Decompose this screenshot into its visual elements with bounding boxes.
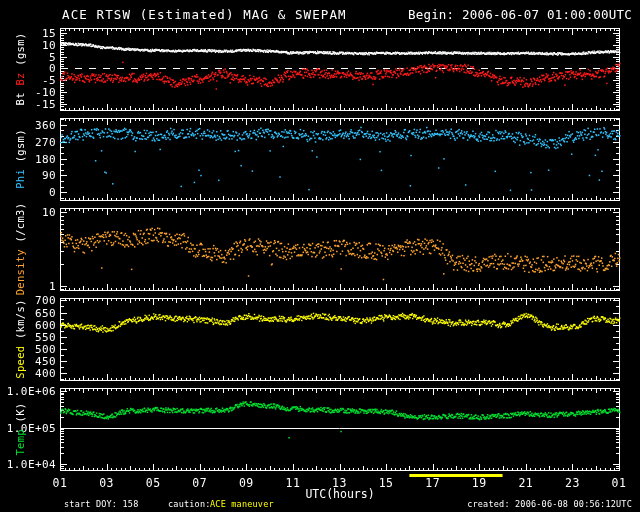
created-timestamp: created: 2006-06-08 00:56:12UTC (467, 499, 632, 509)
y-tick-label: -15 (0, 98, 56, 111)
x-tick-label: 17 (418, 476, 448, 490)
panel-ylabel-part: Bz (14, 72, 26, 92)
panel-ylabel-part: (gsm) (14, 33, 26, 73)
y-tick-label: 270 (0, 136, 56, 149)
x-tick-label: 11 (278, 476, 308, 490)
panel-ylabel-part: (/cm3) (14, 203, 26, 249)
y-tick-label: 700 (0, 294, 56, 307)
y-tick-label: 1.0E+04 (0, 458, 56, 471)
y-tick-label: 180 (0, 153, 56, 166)
panel-ylabel-part: (gsm) (14, 129, 26, 169)
y-tick-label: 90 (0, 169, 56, 182)
plot-title: ACE RTSW (Estimated) MAG & SWEPAM (62, 7, 347, 22)
x-tick-label: 15 (371, 476, 401, 490)
panel-ylabel-part: Phi (14, 169, 26, 189)
y-tick-label: 360 (0, 119, 56, 132)
y-tick-label: 400 (0, 367, 56, 380)
panel-ylabel-part: Temp (14, 429, 26, 456)
x-tick-label: 01 (45, 476, 75, 490)
y-tick-label: 1.0E+06 (0, 385, 56, 398)
x-tick-label: 13 (325, 476, 355, 490)
caution-value: ACE maneuver (210, 499, 274, 509)
plot-canvas (0, 0, 640, 512)
x-tick-label: 23 (557, 476, 587, 490)
start-doy-label: start DOY: 158 (64, 499, 138, 509)
x-tick-label: 03 (92, 476, 122, 490)
y-tick-label: 1.0E+05 (0, 422, 56, 435)
ace-rtsw-plot-screen: ACE RTSW (Estimated) MAG & SWEPAM Begin:… (0, 0, 640, 512)
x-tick-label: 09 (231, 476, 261, 490)
x-tick-label: 05 (138, 476, 168, 490)
panel-ylabel-temp: Temp (K) (13, 374, 27, 484)
panel-ylabel-part: (K) (14, 403, 26, 430)
panel-ylabel-part: (km/s) (14, 299, 26, 345)
x-tick-label: 19 (464, 476, 494, 490)
begin-timestamp: Begin: 2006-06-07 01:00:00UTC (408, 7, 632, 22)
y-tick-label: 10 (0, 206, 56, 219)
x-tick-label: 01 (604, 476, 634, 490)
x-tick-label: 21 (511, 476, 541, 490)
y-tick-label: 0 (0, 186, 56, 199)
x-tick-label: 07 (185, 476, 215, 490)
caution-label: caution: (168, 499, 211, 509)
y-tick-label: 1 (0, 280, 56, 293)
